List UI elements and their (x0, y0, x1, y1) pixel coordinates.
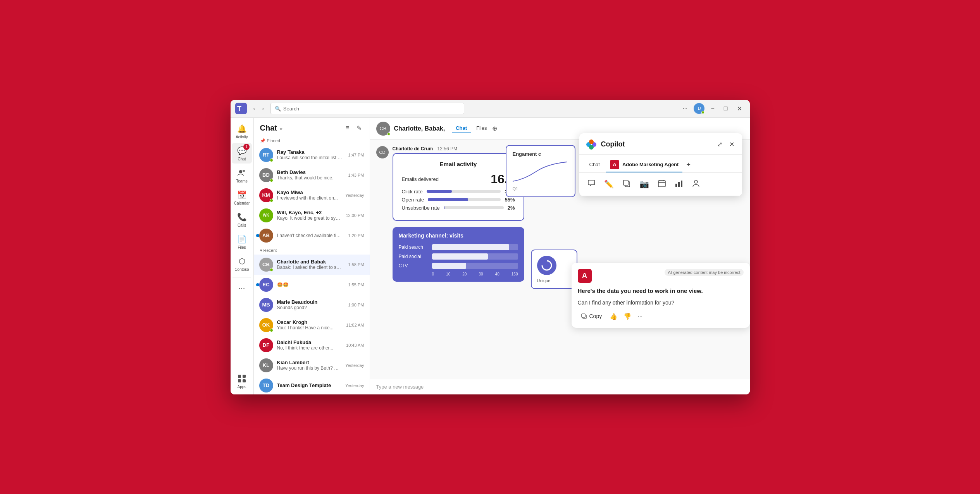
sidebar-item-calendar[interactable]: 📅 Calendar (232, 187, 252, 208)
chat-item-daichi[interactable]: DF Daichi Fukuda No, I think there are o… (254, 335, 370, 355)
sidebar-label-activity: Activity (236, 135, 248, 139)
engagement-chart (513, 160, 567, 183)
sidebar-label-contoso: Contoso (234, 267, 249, 272)
filter-button[interactable]: ≡ (344, 123, 351, 133)
files-icon: 📄 (236, 234, 247, 244)
copilot-tool-chart[interactable] (673, 177, 685, 191)
svg-rect-13 (623, 180, 628, 185)
copilot-header: Copilot ⤢ ✕ (579, 133, 742, 155)
ray-status (270, 158, 273, 162)
svg-rect-5 (243, 375, 246, 378)
compose-button[interactable]: ✎ (355, 123, 363, 133)
tab-files[interactable]: Files (472, 124, 491, 133)
chat-item-marie[interactable]: MB Marie Beaudouin Sounds good? 1:00 PM (254, 295, 370, 315)
svg-rect-20 (681, 181, 682, 187)
message-input-area[interactable]: Type a new message (370, 379, 750, 394)
chat-list-title: Chat ⌄ (260, 124, 283, 133)
copilot-panel: Copilot ⤢ ✕ Chat A Adobe Marketing Agent… (579, 133, 742, 196)
paid-social-bar-bg (432, 253, 518, 260)
chat-dropdown-icon[interactable]: ⌄ (279, 125, 283, 131)
chat-info-beth: Beth Davies Thanks, that would be nice. (277, 169, 344, 181)
copilot-tool-photo[interactable]: 📷 (638, 177, 651, 191)
engagement-title: Engament c (513, 151, 568, 157)
chat-item-beth[interactable]: BD Beth Davies Thanks, that would be nic… (254, 165, 370, 185)
forward-button[interactable]: › (259, 104, 267, 113)
sidebar-item-more[interactable]: ··· (232, 281, 252, 296)
sidebar-item-chat[interactable]: 💬 Chat 1 (232, 143, 252, 164)
copilot-chat-tab[interactable]: Chat (586, 159, 604, 170)
search-bar[interactable]: 🔍 Search (270, 103, 464, 114)
unique-label: Unique (537, 278, 571, 283)
msg-avatar: CD (376, 146, 389, 158)
copilot-agent-tab[interactable]: A Adobe Marketing Agent (606, 158, 682, 172)
sidebar-label-apps: Apps (238, 385, 246, 389)
copilot-tool-person[interactable] (690, 177, 702, 191)
svg-rect-19 (678, 182, 680, 187)
copilot-add-tab-button[interactable]: + (686, 161, 691, 169)
engagement-q1: Q1 (513, 186, 568, 191)
adobe-agent-icon: A (610, 160, 619, 169)
click-rate-bar-fill (427, 190, 452, 193)
copy-button[interactable]: Copy (578, 312, 605, 321)
minimize-button[interactable]: − (708, 103, 717, 114)
second-partial-card: Unique (531, 250, 577, 289)
copilot-popout-button[interactable]: ⤢ (716, 139, 724, 150)
copilot-bubble: A AI-generated content may be incorrect … (572, 263, 750, 328)
sidebar-item-calls[interactable]: 📞 Calls (232, 209, 252, 230)
maximize-button[interactable]: □ (721, 103, 731, 114)
chat-item-charlotte-babak[interactable]: CB Charlotte and Babak Babak: I asked th… (254, 255, 370, 275)
bubble-more-button[interactable]: ··· (636, 311, 644, 321)
thumbsup-button[interactable]: 👍 (608, 311, 619, 322)
copilot-tool-calendar[interactable] (656, 177, 668, 191)
user-avatar[interactable]: U (694, 103, 704, 114)
chat-info-ec: 🤩🤩 (277, 282, 344, 287)
calendar-icon: 📅 (236, 189, 247, 200)
sidebar-item-activity[interactable]: 🔔 Activity (232, 121, 252, 141)
recent-section-label: ▾ Recent (254, 246, 370, 255)
chat-item-ray[interactable]: RT Ray Tanaka Louisa will send the initi… (254, 145, 370, 165)
chat-info-team-design: Team Design Template (277, 382, 341, 388)
tab-chat[interactable]: Chat (452, 124, 471, 133)
copilot-title: Copilot (601, 140, 712, 148)
channel-card: Marketing channel: visits Paid search Pa… (393, 227, 524, 282)
copilot-tool-chat[interactable] (586, 177, 597, 191)
svg-rect-23 (582, 314, 585, 317)
chat-item-kayo[interactable]: KM Kayo Miwa I reviewed with the client … (254, 185, 370, 205)
unsub-rate-bar-bg (444, 206, 504, 209)
close-button[interactable]: ✕ (734, 103, 745, 114)
chat-item-oscar[interactable]: OK Oscar Krogh You: Thanks! Have a nice.… (254, 315, 370, 335)
chat-info-will: Will, Kayo, Eric, +2 Kayo: It would be g… (277, 210, 342, 221)
bubble-main-message: Here's the data you need to work in one … (578, 287, 744, 295)
chat-item-ec[interactable]: EC 🤩🤩 1:55 PM (254, 275, 370, 295)
activity-icon: 🔔 (236, 123, 247, 134)
avatar-ab: AB (259, 229, 273, 243)
paid-social-label: Paid social (399, 254, 430, 259)
chat-item-ab[interactable]: AB I haven't checked available times... … (254, 225, 370, 246)
sidebar-item-teams[interactable]: Teams (232, 165, 252, 186)
chat-item-will[interactable]: WK Will, Kayo, Eric, +2 Kayo: It would b… (254, 205, 370, 225)
chat-item-kian[interactable]: KL Kian Lambert Have you run this by Bet… (254, 355, 370, 375)
copilot-tool-edit[interactable]: ✏️ (603, 177, 615, 191)
copilot-tool-copy[interactable] (621, 177, 632, 191)
chat-info-ab: I haven't checked available times... (277, 233, 344, 238)
svg-point-10 (589, 139, 594, 144)
copilot-close-button[interactable]: ✕ (728, 139, 736, 150)
chat-info-marie: Marie Beaudouin Sounds good? (277, 299, 344, 310)
chat-info-kayo: Kayo Miwa I reviewed with the client on.… (277, 189, 341, 201)
add-tab-button[interactable]: ⊕ (492, 124, 497, 133)
chat-info-ray: Ray Tanaka Louisa will send the initial … (277, 149, 344, 160)
chat-info-kian: Kian Lambert Have you run this by Beth? … (277, 360, 341, 371)
more-options-button[interactable]: ··· (679, 103, 691, 114)
sidebar-item-contoso[interactable]: ⬡ Contoso (232, 253, 252, 274)
avatar-beth: BD (259, 168, 273, 182)
sidebar-divider (233, 277, 251, 277)
beth-status (270, 179, 273, 182)
svg-point-21 (694, 180, 698, 183)
chat-item-team-design[interactable]: TD Team Design Template Yesterday (254, 375, 370, 394)
thumbsdown-button[interactable]: 👎 (622, 311, 633, 322)
sidebar-item-files[interactable]: 📄 Files (232, 231, 252, 252)
back-button[interactable]: ‹ (251, 104, 258, 113)
sidebar-item-apps[interactable]: Apps (232, 371, 252, 391)
svg-point-2 (239, 170, 242, 173)
contoso-icon: ⬡ (236, 256, 247, 267)
